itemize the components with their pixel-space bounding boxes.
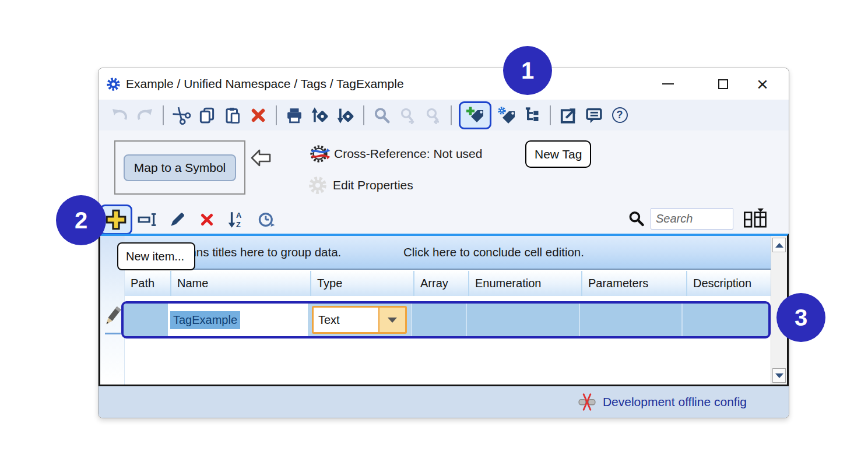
column-header-array[interactable]: Array	[414, 271, 469, 296]
group-by-band[interactable]: Drag columns titles here to group data. …	[125, 236, 771, 270]
callout-2-badge: 2	[56, 195, 106, 245]
find-previous-icon	[424, 107, 442, 124]
edit-row-button[interactable]	[165, 207, 189, 232]
cell-parameters[interactable]	[579, 304, 681, 336]
toolbar-separator	[550, 105, 551, 125]
column-header-description[interactable]: Description	[687, 271, 771, 296]
redo-button[interactable]	[132, 103, 158, 128]
cross-reference-row[interactable]: Cross-Reference: Not used	[307, 142, 482, 165]
status-text[interactable]: Development offline config	[603, 395, 747, 409]
print-button[interactable]	[282, 103, 307, 128]
callout-3-label: 3	[795, 305, 807, 331]
find-next-button[interactable]	[395, 103, 420, 128]
edit-properties-gear-icon	[307, 175, 328, 196]
search-button[interactable]	[369, 103, 395, 128]
import-button[interactable]	[307, 103, 333, 128]
minimize-button[interactable]	[652, 68, 684, 100]
cell-name-editor[interactable]: TagExample	[168, 304, 308, 336]
selected-tag-row[interactable]: TagExample Text	[121, 301, 771, 338]
tag-grid: Drag columns titles here to group data. …	[99, 234, 789, 386]
search-icon	[373, 107, 391, 124]
close-icon: ×	[757, 74, 768, 94]
type-combobox-value: Text	[314, 308, 378, 332]
cell-array[interactable]	[411, 304, 466, 336]
copy-button[interactable]	[194, 103, 220, 128]
history-button[interactable]	[254, 207, 279, 232]
cell-path[interactable]	[124, 304, 168, 336]
column-header-enumeration[interactable]: Enumeration	[469, 271, 582, 296]
delete-row-button[interactable]	[195, 207, 219, 232]
chevron-down-icon	[388, 318, 397, 323]
app-window: Example / Unified Namespace / Tags / Tag…	[98, 68, 789, 418]
tag-tree-icon	[524, 107, 540, 124]
callout-3-badge: 3	[776, 293, 825, 342]
name-selected-text[interactable]: TagExample	[170, 311, 240, 329]
offline-plug-icon	[577, 392, 597, 412]
help-icon: ?	[612, 107, 628, 123]
expand-button[interactable]	[556, 103, 581, 128]
toolbar-separator	[276, 105, 277, 125]
column-header-type[interactable]: Type	[311, 271, 414, 296]
comment-button[interactable]	[581, 103, 607, 128]
rename-button[interactable]	[135, 207, 160, 232]
redo-icon	[136, 107, 154, 124]
close-button[interactable]: ×	[747, 68, 778, 100]
copy-icon	[198, 107, 216, 124]
screenshot-stage: Example / Unified Namespace / Tags / Tag…	[0, 0, 868, 469]
paste-icon	[224, 107, 241, 124]
column-header-row: Path Name Type Array Enumeration Paramet…	[125, 271, 771, 296]
edit-properties-row[interactable]: Edit Properties	[307, 175, 413, 196]
new-tag-button[interactable]	[459, 101, 491, 129]
toolbar-separator	[451, 105, 452, 125]
import-icon	[311, 107, 329, 124]
paste-button[interactable]	[220, 103, 245, 128]
delete-icon	[250, 107, 266, 124]
type-combobox[interactable]: Text	[312, 306, 407, 334]
pencil-icon	[168, 211, 186, 228]
tag-properties-icon	[497, 106, 516, 125]
scroll-down-button[interactable]	[772, 368, 786, 383]
scroll-up-button[interactable]	[772, 238, 786, 252]
comment-icon	[585, 107, 603, 124]
cell-enumeration[interactable]	[466, 304, 579, 336]
find-previous-button[interactable]	[420, 103, 446, 128]
column-header-name[interactable]: Name	[171, 271, 311, 296]
maximize-button[interactable]	[707, 68, 739, 100]
search-input[interactable]	[651, 208, 733, 230]
export-icon	[336, 107, 355, 124]
column-chooser-icon[interactable]	[743, 206, 768, 230]
export-button[interactable]	[333, 103, 359, 128]
cell-type: Text	[308, 304, 411, 336]
title-bar: Example / Unified Namespace / Tags / Tag…	[99, 68, 789, 100]
minimize-icon	[662, 83, 674, 84]
cut-button[interactable]	[168, 103, 194, 128]
delete-button[interactable]	[245, 103, 271, 128]
column-header-path[interactable]: Path	[125, 271, 171, 296]
cut-icon	[170, 103, 194, 127]
gear-icon	[106, 76, 121, 92]
main-toolbar: ?	[99, 100, 789, 131]
window-title: Example / Unified Namespace / Tags / Tag…	[126, 77, 404, 91]
back-arrow-icon	[250, 147, 272, 168]
find-next-icon	[399, 107, 416, 124]
grid-search-icon	[628, 210, 645, 228]
toolbar-separator	[163, 105, 164, 125]
toolbar-separator	[363, 105, 364, 125]
edit-properties-label: Edit Properties	[333, 178, 413, 192]
cross-reference-icon	[307, 142, 331, 165]
rename-icon	[137, 212, 158, 227]
tag-properties-button[interactable]	[494, 103, 519, 128]
undo-button[interactable]	[107, 103, 132, 128]
maximize-icon	[718, 79, 728, 89]
delete-x-icon	[199, 212, 215, 227]
tag-tree-button[interactable]	[519, 103, 545, 128]
type-combobox-dropdown-button[interactable]	[378, 308, 405, 332]
sort-button[interactable]: A Z	[223, 207, 248, 232]
conclude-edit-hint[interactable]: Click here to conclude cell edition.	[403, 236, 584, 269]
help-button[interactable]: ?	[607, 103, 632, 128]
scroll-up-icon	[775, 243, 783, 248]
column-header-parameters[interactable]: Parameters	[582, 271, 687, 296]
map-to-symbol-button[interactable]: Map to a Symbol	[124, 154, 237, 181]
map-to-symbol-box: Map to a Symbol	[114, 140, 245, 195]
cell-description[interactable]	[681, 304, 768, 336]
